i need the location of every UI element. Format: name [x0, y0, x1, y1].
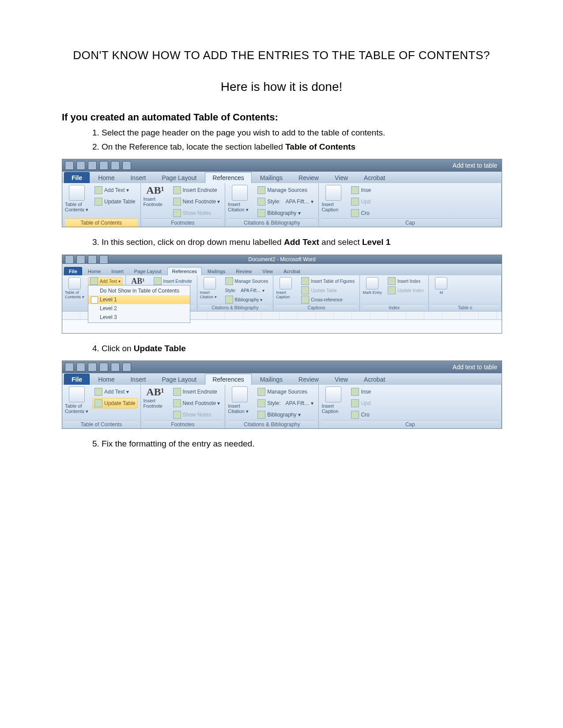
- word-icon: [65, 161, 74, 170]
- next-footnote-button[interactable]: Next Footnote ▾: [171, 398, 223, 409]
- tab-references[interactable]: References: [205, 172, 252, 183]
- bibliography-button[interactable]: Bibliography ▾: [255, 208, 316, 218]
- tof-icon: [351, 186, 359, 194]
- tab-home[interactable]: Home: [91, 374, 122, 385]
- tab-insert[interactable]: Insert: [123, 172, 153, 183]
- qat-extra-icon[interactable]: [111, 363, 120, 372]
- tab-review[interactable]: Review: [291, 374, 326, 385]
- tab-view[interactable]: View: [327, 374, 355, 385]
- tab-page-layout[interactable]: Page Layout: [129, 267, 166, 275]
- tab-file[interactable]: File: [64, 172, 90, 183]
- insert-footnote-button[interactable]: AB¹ Insert Footnote: [144, 387, 167, 409]
- group-captions: Insert Caption Insert Table of Figures U…: [273, 275, 360, 311]
- insert-endnote-button[interactable]: Insert Endnote: [171, 387, 223, 397]
- word-icon: [65, 363, 74, 372]
- insert-endnote-button[interactable]: Insert Endnote: [151, 277, 194, 285]
- bibliography-button[interactable]: Bibliography ▾: [223, 296, 271, 304]
- manage-sources-button[interactable]: Manage Sources: [223, 277, 271, 285]
- style-dropdown[interactable]: Style: APA Fift… ▾: [223, 286, 271, 295]
- add-text-button[interactable]: Add Text ▾: [88, 277, 123, 285]
- tab-acrobat[interactable]: Acrobat: [356, 374, 393, 385]
- cross-reference-button[interactable]: Cross-reference: [299, 296, 357, 304]
- group-label-footnotes: Footnotes: [144, 218, 223, 227]
- cross-reference-button[interactable]: Cro: [349, 409, 373, 420]
- steps-list-cont3: Fix the formatting of the entry as neede…: [62, 438, 501, 450]
- add-text-opt-level3[interactable]: Level 3: [88, 313, 190, 322]
- qat-extra2-icon[interactable]: [122, 363, 131, 372]
- tab-mailings[interactable]: Mailings: [253, 172, 290, 183]
- insert-citation-button[interactable]: Insert Citation ▾: [228, 387, 252, 414]
- add-text-button[interactable]: Add Text ▾: [92, 387, 138, 397]
- insert-tof-button[interactable]: Inse: [349, 387, 373, 397]
- insert-endnote-button[interactable]: Insert Endnote: [171, 185, 223, 195]
- tab-acrobat[interactable]: Acrobat: [356, 172, 393, 183]
- undo-icon[interactable]: [88, 255, 97, 264]
- insert-footnote-button[interactable]: AB¹ Insert Footnote: [144, 185, 167, 207]
- qat-extra2-icon[interactable]: [122, 161, 131, 170]
- save-icon[interactable]: [76, 161, 85, 170]
- next-footnote-button[interactable]: Next Footnote ▾: [171, 196, 223, 207]
- mark-citation-button[interactable]: M: [431, 277, 451, 295]
- insert-citation-button[interactable]: Insert Citation ▾: [200, 277, 219, 299]
- redo-icon[interactable]: [99, 363, 108, 372]
- redo-icon[interactable]: [99, 255, 108, 264]
- tof-icon: [301, 277, 309, 285]
- tab-page-layout[interactable]: Page Layout: [155, 374, 204, 385]
- table-of-contents-button[interactable]: Table of Contents ▾: [65, 277, 84, 299]
- add-text-button[interactable]: Add Text ▾: [92, 185, 138, 195]
- undo-icon[interactable]: [88, 161, 97, 170]
- update-table-button[interactable]: Update Table: [92, 196, 138, 207]
- group-index: Mark Entry Insert Index Update Index Ind…: [360, 275, 429, 311]
- insert-index-button[interactable]: Insert Index: [385, 277, 426, 285]
- bibliography-button[interactable]: Bibliography ▾: [255, 409, 316, 420]
- citation-icon: [232, 185, 248, 201]
- tab-view[interactable]: View: [257, 267, 278, 275]
- manage-sources-button[interactable]: Manage Sources: [255, 387, 316, 397]
- insert-caption-button[interactable]: Insert Caption: [321, 185, 345, 212]
- insert-tof-button[interactable]: Inse: [349, 185, 373, 195]
- tab-file[interactable]: File: [64, 374, 90, 385]
- tab-view[interactable]: View: [327, 172, 355, 183]
- update-table-button[interactable]: Update Table: [92, 398, 138, 409]
- tab-mailings[interactable]: Mailings: [253, 374, 290, 385]
- section-heading: If you created an automated Table of Con…: [62, 112, 501, 123]
- undo-icon[interactable]: [88, 363, 97, 372]
- add-text-opt-none[interactable]: Do Not Show in Table of Contents: [88, 286, 190, 295]
- step-5: Fix the formatting of the entry as neede…: [102, 438, 501, 450]
- tab-acrobat[interactable]: Acrobat: [279, 267, 305, 275]
- tab-references[interactable]: References: [205, 374, 252, 385]
- redo-icon[interactable]: [99, 161, 108, 170]
- tab-references[interactable]: References: [167, 267, 202, 275]
- quick-access-toolbar: Add text to table: [62, 159, 502, 172]
- footnote-icon: AB¹: [131, 277, 144, 285]
- tab-file[interactable]: File: [64, 267, 82, 275]
- style-dropdown[interactable]: Style: APA Fift… ▾: [255, 398, 316, 409]
- table-of-contents-button[interactable]: Table of Contents ▾: [65, 185, 89, 213]
- cross-reference-button[interactable]: Cro: [349, 208, 373, 218]
- tab-page-layout[interactable]: Page Layout: [155, 172, 204, 183]
- tab-insert[interactable]: Insert: [123, 374, 153, 385]
- tab-review[interactable]: Review: [231, 267, 257, 275]
- tab-home[interactable]: Home: [91, 172, 122, 183]
- tab-review[interactable]: Review: [291, 172, 326, 183]
- qat-extra-icon[interactable]: [111, 161, 120, 170]
- tof-icon: [351, 388, 359, 396]
- insert-tof-button[interactable]: Insert Table of Figures: [299, 277, 357, 285]
- tab-mailings[interactable]: Mailings: [203, 267, 230, 275]
- tab-insert[interactable]: Insert: [106, 267, 128, 275]
- tab-home[interactable]: Home: [83, 267, 106, 275]
- table-of-contents-button[interactable]: Table of Contents ▾: [65, 387, 89, 414]
- update-tof-icon: [301, 286, 309, 294]
- style-dropdown[interactable]: Style: APA Fift… ▾: [255, 196, 316, 207]
- mark-entry-button[interactable]: Mark Entry: [363, 277, 382, 295]
- add-text-opt-level1[interactable]: Level 1: [88, 295, 190, 304]
- insert-caption-button[interactable]: Insert Caption: [276, 277, 295, 299]
- insert-caption-button[interactable]: Insert Caption: [321, 387, 345, 414]
- footnote-icon: AB¹: [146, 185, 164, 195]
- add-text-opt-level2[interactable]: Level 2: [88, 304, 190, 313]
- save-icon[interactable]: [76, 363, 85, 372]
- manage-sources-button[interactable]: Manage Sources: [255, 185, 316, 195]
- ribbon-tabs: File Home Insert Page Layout References …: [62, 172, 502, 183]
- insert-citation-button[interactable]: Insert Citation ▾: [228, 185, 252, 213]
- save-icon[interactable]: [76, 255, 85, 264]
